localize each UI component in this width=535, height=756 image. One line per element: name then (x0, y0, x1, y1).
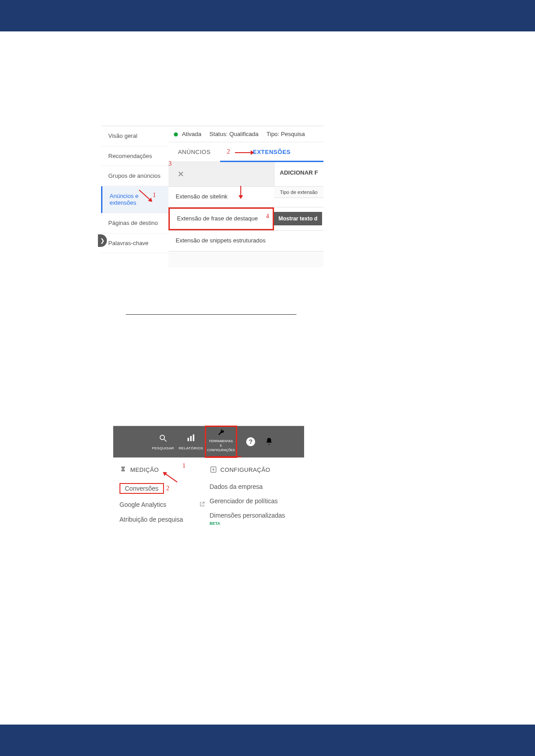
svg-rect-4 (193, 434, 194, 441)
chevron-right-icon: ❯ (100, 237, 105, 244)
extension-label: Extensão de sitelink (176, 193, 228, 200)
toolbar-search-label: PESQUISAR (149, 446, 177, 450)
svg-line-1 (164, 439, 167, 441)
sidebar-item-recommendations[interactable]: Recomendações (101, 146, 168, 167)
beta-badge: BETA (210, 521, 221, 526)
annotation-arrow-diagonal-icon (163, 472, 177, 482)
menu-item-custom-dimensions[interactable]: Dimensões personalizadas BETA (210, 508, 300, 530)
annotation-number-2b: 2 (166, 485, 169, 492)
filter-row: 3 ✕ ADICIONAR F (168, 162, 323, 187)
menu-item-conversions[interactable]: Conversões 2 (119, 479, 210, 497)
toolbar-reports-button[interactable]: RELATÓRIOS (177, 434, 205, 450)
column-configuration: CONFIGURAÇÃO Dados da empresa Gerenciado… (210, 466, 300, 530)
main-panel: Ativada Status: Qualificada Tipo: Pesqui… (168, 126, 323, 267)
annotation-number-4: 4 (266, 212, 269, 220)
annotation-number-1: 1 (153, 192, 156, 199)
section-divider (126, 314, 296, 315)
toolbar-tools-label-line3: CONFIGURAÇÕES (207, 448, 235, 452)
extension-row-callout[interactable]: Extensão de frase de destaque 4 Mostrar … (168, 207, 323, 231)
toolbar-reports-label: RELATÓRIOS (177, 446, 205, 450)
tab-extensions[interactable]: EXTENSÕES (220, 142, 323, 162)
hourglass-icon (119, 466, 127, 473)
status-dot-icon (174, 132, 178, 136)
sidebar-item-ads-extensions[interactable]: Anúncios e extensões 1 (101, 186, 168, 213)
external-link-icon (199, 501, 205, 509)
page-header-band (0, 0, 535, 31)
status-type: Tipo: Pesquisa (266, 131, 305, 137)
sidebar-item-overview[interactable]: Visão geral (101, 126, 168, 146)
extension-row-snippets[interactable]: Extensão de snippets estruturados (168, 231, 323, 251)
menu-item-business-data[interactable]: Dados da empresa (210, 479, 300, 494)
help-button[interactable]: ? (246, 437, 255, 446)
left-navigation: Visão geral Recomendações Grupos de anún… (101, 126, 168, 253)
page-footer-band (0, 725, 535, 756)
extension-label: Extensão de snippets estruturados (176, 237, 265, 244)
toolbar-tools-label-line1: FERRAMENTAS (207, 440, 235, 443)
top-toolbar: PESQUISAR RELATÓRIOS FERRAMENTAS E CONFI… (113, 426, 304, 457)
status-qualified: Status: Qualificada (209, 131, 258, 137)
status-enabled: Ativada (182, 131, 201, 137)
conversions-highlight-box: Conversões (119, 483, 164, 494)
sidebar-item-landing-pages[interactable]: Páginas de destino (101, 213, 168, 233)
annotation-arrow-down-icon (240, 186, 241, 198)
annotation-number-1b: 1 (182, 462, 186, 470)
question-icon: ? (249, 438, 253, 445)
screenshot-extensions: Visão geral Recomendações Grupos de anún… (101, 126, 323, 267)
screenshot-tools-menu: PESQUISAR RELATÓRIOS FERRAMENTAS E CONFI… (113, 426, 304, 538)
column-header-label: MEDIÇÃO (130, 466, 159, 473)
menu-item-google-analytics[interactable]: Google Analytics (119, 497, 210, 512)
show-text-button[interactable]: Mostrar texto d (274, 212, 322, 225)
search-icon (159, 434, 168, 443)
wrench-icon (217, 429, 225, 437)
menu-item-label: Google Analytics (119, 501, 166, 509)
add-filter-button[interactable]: ADICIONAR F (274, 162, 323, 186)
extension-label: Extensão de frase de destaque (177, 215, 258, 222)
svg-rect-3 (190, 436, 191, 441)
annotation-underline (209, 456, 241, 457)
menu-item-search-attribution[interactable]: Atribuição de pesquisa (119, 512, 210, 527)
tools-dropdown-columns: 1 MEDIÇÃO Conversões 2 Google Analytics … (113, 457, 304, 538)
sidebar-item-keywords[interactable]: Palavras-chave (101, 233, 168, 254)
chart-icon (186, 434, 195, 443)
extension-row-sitelink[interactable]: Extensão de sitelink Tipo de extensão (168, 187, 323, 207)
tabs-bar: ANÚNCIOS 2 EXTENSÕES (168, 142, 323, 162)
sidebar-item-ad-groups[interactable]: Grupos de anúncios (101, 166, 168, 186)
toolbar-search-button[interactable]: PESQUISAR (149, 434, 177, 450)
menu-item-policy-manager[interactable]: Gerenciador de políticas (210, 494, 300, 508)
column-header-extension-type: Tipo de extensão (274, 187, 323, 198)
annotation-number-3: 3 (168, 160, 172, 167)
toolbar-tools-settings-button[interactable]: FERRAMENTAS E CONFIGURAÇÕES (205, 426, 237, 457)
toolbar-tools-label-line2: E (207, 444, 235, 448)
bell-icon[interactable] (265, 437, 273, 445)
sidebar-item-label: Anúncios e extensões (110, 193, 138, 207)
tab-ads[interactable]: ANÚNCIOS (168, 142, 220, 162)
column-measurement: 1 MEDIÇÃO Conversões 2 Google Analytics … (119, 466, 210, 530)
campaign-status-bar: Ativada Status: Qualificada Tipo: Pesqui… (168, 126, 323, 142)
plus-square-icon (210, 466, 217, 473)
close-icon[interactable]: ✕ (177, 170, 184, 179)
column-header-label: CONFIGURAÇÃO (221, 466, 270, 473)
svg-point-0 (160, 435, 164, 440)
svg-rect-2 (188, 438, 189, 441)
menu-item-label: Dimensões personalizadas (210, 512, 285, 519)
